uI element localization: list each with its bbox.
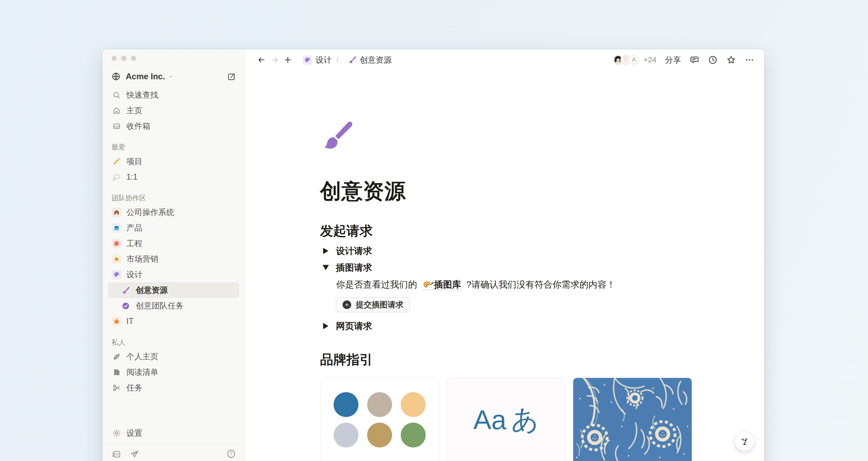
window-controls (108, 55, 239, 62)
scissors-icon (112, 383, 121, 392)
color-swatch (334, 423, 358, 448)
help-button[interactable]: ? (227, 449, 236, 459)
breadcrumb-page-label: 创意资源 (360, 55, 392, 65)
paper-plane-icon[interactable] (130, 450, 139, 459)
sidebar-item-design[interactable]: 设计 (108, 267, 239, 282)
sidebar-nav: 快速查找 主页 收件箱 (108, 87, 239, 134)
comments-icon[interactable] (690, 55, 699, 65)
sidebar-item-tasks[interactable]: 任务 (108, 380, 239, 396)
globe-icon (112, 72, 121, 81)
desktop: { "colors": { "accent_purple": "#9a6fc8"… (0, 0, 868, 461)
minimize-window-button[interactable] (121, 56, 126, 61)
paintbrush-icon (121, 286, 131, 295)
morris-pattern-image (573, 378, 692, 461)
sidebar-item-creative-assets[interactable]: 创意资源 (108, 282, 239, 298)
thought-balloon-icon (112, 173, 121, 181)
toggle-design-requests[interactable]: 设计请求 (320, 243, 692, 259)
toggle-label: 插图请求 (336, 262, 372, 274)
submit-illustration-request-button[interactable]: + 提交插图请求 (336, 297, 410, 312)
section-label-favorites: 最爱 (108, 143, 239, 152)
sidebar-item-company-os[interactable]: 公司操作系统 (108, 205, 239, 220)
card-colors[interactable]: 颜色 (320, 378, 439, 461)
color-swatch (334, 392, 358, 417)
sidebar-item-one-on-one[interactable]: 1:1 (108, 169, 239, 185)
check-circle-icon (121, 302, 131, 310)
paintbrush-icon (348, 56, 356, 64)
sidebar: Acme Inc. 快速查找 主页 (103, 49, 245, 461)
breadcrumb-team[interactable]: 设计 (303, 55, 331, 65)
color-swatch (367, 392, 392, 417)
illustration-library-link[interactable]: ↗插图库 (422, 279, 461, 290)
sidebar-item-creative-team-tasks[interactable]: 创意团队任务 (108, 298, 239, 314)
sidebar-item-home[interactable]: 主页 (108, 103, 239, 118)
share-button[interactable]: 分享 (665, 55, 681, 65)
sidebar-item-label: 阅读清单 (126, 367, 158, 378)
color-swatch (401, 392, 426, 417)
page-content: 创意资源 发起请求 设计请求 插图请求 你是否查看过我们的 ↗插图库 ?请确认我… (245, 119, 692, 461)
svg-text:28: 28 (115, 453, 119, 456)
sidebar-item-marketing[interactable]: 市场营销 (108, 251, 239, 267)
new-page-button[interactable] (281, 53, 294, 66)
pencil-icon (112, 157, 121, 166)
search-icon (112, 91, 121, 99)
toggle-triangle-icon[interactable] (320, 264, 336, 271)
zoom-window-button[interactable] (131, 56, 136, 61)
card-imagery[interactable]: 图像 (573, 378, 692, 461)
inbox-icon (112, 122, 121, 130)
toggle-label: 设计请求 (336, 245, 372, 257)
forward-button[interactable] (268, 53, 281, 66)
history-clock-icon[interactable] (708, 55, 718, 65)
sidebar-item-it[interactable]: IT (108, 314, 239, 329)
sidebar-item-label: 市场营销 (126, 254, 158, 264)
color-swatch-grid (320, 378, 439, 461)
toggle-triangle-icon[interactable] (320, 323, 336, 329)
sidebar-item-reading-list[interactable]: 阅读清单 (108, 364, 239, 380)
compose-button[interactable] (227, 72, 236, 81)
close-window-button[interactable] (112, 56, 117, 61)
section-label-private: 私人 (108, 338, 239, 347)
sidebar-item-label: 收件箱 (126, 121, 150, 132)
pizza-icon (112, 352, 121, 361)
megaphone-icon (112, 254, 121, 264)
breadcrumb-page[interactable]: 创意资源 (348, 55, 392, 65)
toggle-web-requests[interactable]: 网页请求 (320, 318, 692, 334)
sidebar-item-label: 任务 (126, 382, 142, 393)
laptop-icon (112, 223, 121, 233)
sidebar-item-projects[interactable]: 项目 (108, 154, 239, 169)
collaborator-avatars[interactable]: A (612, 54, 640, 66)
page-icon-paintbrush[interactable] (320, 119, 354, 152)
sidebar-item-quick-find[interactable]: 快速查找 (108, 87, 239, 103)
back-button[interactable] (255, 53, 268, 66)
more-options-icon[interactable] (745, 55, 754, 65)
color-swatch (401, 423, 426, 448)
breadcrumb: 设计 / 创意资源 (299, 55, 392, 65)
calendar-icon[interactable]: 28 (112, 449, 121, 459)
toggle-triangle-icon[interactable] (320, 248, 336, 254)
sidebar-item-engineering[interactable]: 工程 (108, 236, 239, 251)
toggle-illustration-requests[interactable]: 插图请求 (320, 259, 692, 276)
chevron-down-icon (168, 74, 173, 79)
illustration-request-text: 你是否查看过我们的 ↗插图库 ?请确认我们没有符合你需求的内容！ (336, 278, 692, 291)
sidebar-item-inbox[interactable]: 收件箱 (108, 118, 239, 134)
plus-icon: + (343, 300, 351, 309)
palette-icon: ↗ (422, 280, 432, 289)
assistant-face-button[interactable] (735, 432, 754, 451)
workspace-switcher[interactable]: Acme Inc. (108, 69, 239, 84)
workspace-name: Acme Inc. (126, 72, 165, 81)
favorite-star-icon[interactable] (726, 55, 736, 65)
section-heading-requests: 发起请求 (320, 222, 692, 240)
sidebar-item-personal-home[interactable]: 个人主页 (108, 349, 239, 364)
avatar-overflow: A (628, 54, 640, 66)
sidebar-item-settings[interactable]: 设置 (108, 425, 239, 441)
page-title: 创意资源 (320, 177, 692, 206)
sidebar-item-product[interactable]: 产品 (108, 220, 239, 236)
sidebar-item-label: 创意资源 (136, 285, 168, 296)
card-typography[interactable]: Aa あ 排版 (446, 378, 566, 461)
topbar: 设计 / 创意资源 (245, 49, 764, 70)
breadcrumb-separator: / (336, 56, 338, 64)
sidebar-item-label: 创意团队任务 (136, 300, 184, 311)
sidebar-item-label: 公司操作系统 (126, 207, 174, 218)
sidebar-item-label: 项目 (126, 156, 142, 167)
sidebar-item-label: 主页 (126, 105, 142, 116)
breadcrumb-team-label: 设计 (316, 55, 331, 65)
